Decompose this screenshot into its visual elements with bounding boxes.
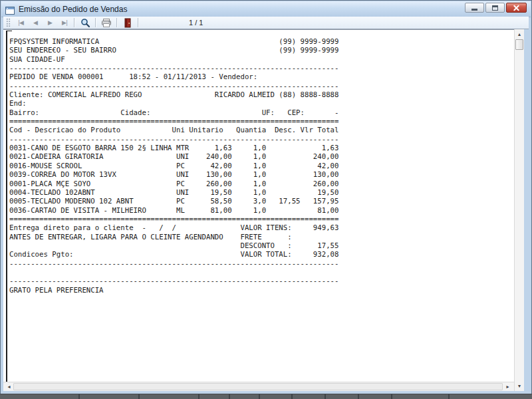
close-button[interactable] [506, 3, 527, 13]
toolbar-separator [74, 18, 75, 27]
window-form-icon [5, 5, 15, 13]
toolbar-separator [116, 18, 118, 27]
last-page-icon: ▶| [62, 19, 67, 26]
toolbar-gripper[interactable] [6, 18, 11, 27]
zoom-icon [80, 18, 90, 28]
exit-door-icon [124, 18, 132, 28]
first-page-button[interactable]: |◀ [13, 17, 28, 28]
page-top-corner [6, 31, 12, 31]
horizontal-scrollbar-thumb[interactable] [13, 383, 503, 390]
horizontal-scrollbar[interactable]: ◂ ▸ [3, 382, 514, 391]
scroll-left-arrow-icon[interactable]: ◂ [5, 382, 13, 391]
scroll-down-arrow-icon[interactable]: ▾ [515, 382, 524, 390]
maximize-button[interactable] [485, 3, 505, 13]
first-page-icon: |◀ [18, 19, 23, 26]
scroll-right-arrow-icon[interactable]: ▸ [503, 382, 512, 391]
close-icon [513, 4, 520, 11]
maximize-icon [492, 5, 498, 11]
last-page-button[interactable]: ▶| [57, 17, 72, 28]
background-window-strip [0, 394, 532, 399]
toolbar-separator [138, 18, 139, 27]
toolbar: |◀ ◀ ▶ ▶| 1 [3, 17, 529, 29]
next-page-button[interactable]: ▶ [43, 17, 57, 28]
report-text: FPQSYSTEM INFORMATICA (99) 9999-9999 SEU… [9, 37, 338, 295]
scroll-up-arrow-icon[interactable]: ▴ [515, 30, 524, 39]
titlebar: Emissão do Pedido de Vendas [1, 1, 531, 17]
next-page-icon: ▶ [48, 19, 52, 26]
vertical-scrollbar-thumb[interactable] [515, 39, 523, 50]
window-controls [465, 3, 527, 13]
zoom-button[interactable] [77, 17, 93, 29]
report-preview-area: FPQSYSTEM INFORMATICA (99) 9999-9999 SEU… [3, 29, 514, 382]
print-preview-window: Emissão do Pedido de Vendas |◀ ◀ ▶ ▶| [0, 0, 532, 395]
previous-page-icon: ◀ [33, 19, 37, 26]
window-title: Emissão do Pedido de Vendas [19, 5, 127, 14]
page-indicator: 1 / 1 [189, 19, 203, 27]
page-left-edge [6, 31, 7, 382]
print-icon [101, 18, 112, 28]
exit-button[interactable] [120, 17, 136, 29]
minimize-icon [471, 9, 477, 11]
previous-page-button[interactable]: ◀ [28, 17, 43, 28]
background-window-ticks [78, 394, 80, 399]
minimize-button[interactable] [465, 3, 484, 13]
print-button[interactable] [98, 17, 114, 29]
vertical-scrollbar[interactable]: ▴ ▾ [514, 29, 524, 391]
toolbar-separator [95, 18, 96, 27]
